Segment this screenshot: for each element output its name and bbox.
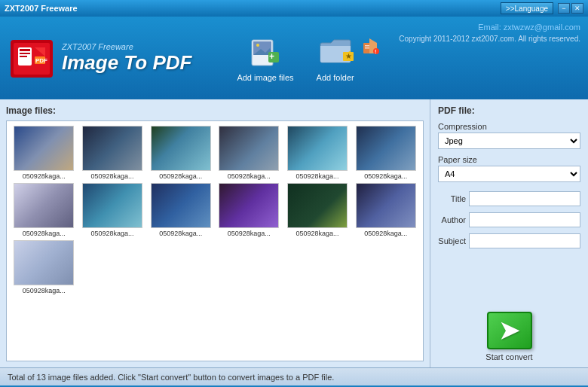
list-item[interactable]: 050928kaga... [148,126,213,180]
svg-text:PDF: PDF [35,57,47,64]
list-item[interactable]: 050928kaga... [11,240,77,294]
header-toolbar: + Add image files ★ Add folder [237,34,379,82]
image-filename-label: 050928kaga... [296,172,338,180]
pdf-metadata-fields: Title Author Subject [438,191,580,248]
main-app-title: Image To PDF [62,51,191,75]
image-filename-label: 050928kaga... [159,230,202,237]
svg-rect-4 [20,53,30,54]
list-item[interactable]: 050928kaga... [80,126,145,180]
list-item[interactable]: 050928kaga... [11,183,77,237]
status-bar: Total of 13 image files added. Click "St… [0,367,588,385]
image-thumbnail [219,126,279,171]
image-thumbnail [82,183,142,228]
header-info: Email: zxtwzwz@gmail.com Copyright 2011-… [399,23,580,43]
paper-size-field-group: Paper size A4 Letter A3 [438,155,580,182]
start-convert-label: Start convert [485,352,532,361]
main-content: Image files: 050928kaga...050928kaga...0… [0,99,588,367]
add-folder-button[interactable]: ★ Add folder [317,34,354,82]
add-image-icon: + [247,34,283,70]
image-filename-label: 050928kaga... [228,230,271,237]
language-button[interactable]: >>Language [501,2,553,14]
app-logo-icon: PDF [8,34,56,82]
image-grid-container[interactable]: 050928kaga...050928kaga...050928kaga...0… [6,120,424,361]
image-filename-label: 050928kaga... [159,172,202,180]
list-item[interactable]: 050928kaga... [285,126,351,180]
title-input[interactable] [469,191,580,206]
add-folder-label: Add folder [317,73,354,82]
image-files-title: Image files: [6,105,424,116]
status-text: Total of 13 image files added. Click "St… [8,373,334,382]
add-image-label: Add image files [237,73,293,82]
convert-arrow-icon: ➤ [499,316,519,345]
image-thumbnail [14,183,74,228]
title-field-row: Title [438,191,580,206]
image-thumbnail [82,126,142,171]
title-bar: ZXT2007 Freeware >>Language − ✕ [0,0,588,17]
minimize-button[interactable]: − [558,3,570,14]
svg-rect-22 [365,47,369,49]
list-item[interactable]: 050928kaga... [11,126,77,180]
add-folder-icon: ★ [317,34,354,70]
image-thumbnail [356,126,416,171]
app-title-label: ZXT2007 Freeware [5,4,78,13]
email-label: Email: zxtwzwz@gmail.com [399,23,580,32]
title-bar-controls: >>Language − ✕ [501,2,583,14]
compression-label: Compression [438,122,580,131]
list-item[interactable]: 050928kaga... [216,126,282,180]
list-item[interactable]: 050928kaga... [353,183,418,237]
image-files-panel: Image files: 050928kaga...050928kaga...0… [0,99,430,367]
list-item[interactable]: 050928kaga... [285,183,351,237]
svg-rect-21 [365,45,369,47]
image-filename-label: 050928kaga... [23,230,66,237]
title-field-label: Title [438,194,466,203]
app-header: PDF ZXT2007 Freeware Image To PDF + Add … [0,17,588,99]
image-filename-label: 050928kaga... [23,172,66,180]
svg-rect-3 [20,49,30,51]
image-thumbnail [14,126,74,171]
list-item[interactable]: 050928kaga... [80,183,145,237]
svg-text:+: + [269,51,274,62]
add-image-button[interactable]: + Add image files [237,34,293,82]
pdf-settings-panel: PDF file: Compression Jpeg PNG Paper siz… [430,99,588,367]
list-item[interactable]: 050928kaga... [148,183,213,237]
image-thumbnail [287,126,348,171]
image-grid: 050928kaga...050928kaga...050928kaga...0… [11,126,418,294]
compression-field-group: Compression Jpeg PNG [438,122,580,149]
image-filename-label: 050928kaga... [228,172,271,180]
copyright-label: Copyright 2011-2012 zxt2007.com. All rig… [399,35,580,43]
paper-size-select[interactable]: A4 Letter A3 [438,166,580,182]
subject-field-label: Subject [438,236,466,245]
image-thumbnail [14,240,74,285]
paper-size-label: Paper size [438,155,580,164]
svg-text:!: ! [375,49,376,54]
compression-select[interactable]: Jpeg PNG [438,133,580,149]
author-input[interactable] [469,212,580,227]
svg-text:★: ★ [345,52,352,60]
subject-field-row: Subject [438,233,580,248]
image-filename-label: 050928kaga... [90,172,133,180]
svg-rect-5 [20,56,27,57]
app-subtitle: ZXT2007 Freeware [62,42,191,51]
logo-text-group: ZXT2007 Freeware Image To PDF [62,42,191,75]
image-thumbnail [151,183,211,228]
image-filename-label: 050928kaga... [23,287,66,294]
image-filename-label: 050928kaga... [90,230,133,237]
image-thumbnail [151,126,211,171]
convert-section: ➤ Start convert [438,306,580,361]
image-thumbnail [287,183,348,228]
small-tool-icon[interactable]: ! [362,37,380,57]
svg-point-13 [256,44,259,47]
image-filename-label: 050928kaga... [364,172,407,180]
image-thumbnail [219,183,279,228]
logo-area: PDF ZXT2007 Freeware Image To PDF [8,34,191,82]
image-filename-label: 050928kaga... [296,230,338,237]
image-thumbnail [356,183,416,228]
pdf-settings-title: PDF file: [438,105,580,116]
author-field-label: Author [438,215,466,224]
list-item[interactable]: 050928kaga... [353,126,418,180]
author-field-row: Author [438,212,580,227]
list-item[interactable]: 050928kaga... [216,183,282,237]
start-convert-button[interactable]: ➤ [487,312,532,349]
subject-input[interactable] [469,233,580,248]
close-button[interactable]: ✕ [571,3,583,14]
